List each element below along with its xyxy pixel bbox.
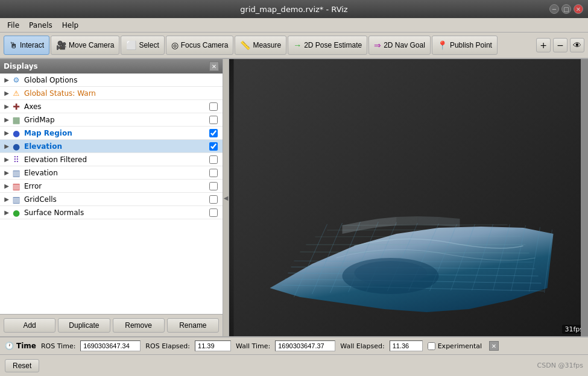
- global-options-label: Global Options: [24, 76, 220, 84]
- surface-normals-checkbox[interactable]: [209, 208, 218, 217]
- expand-arrow-error[interactable]: ▶: [2, 183, 11, 189]
- gridmap-checkbox[interactable]: [209, 116, 218, 124]
- display-item-elevation[interactable]: ▶ ● Elevation: [0, 140, 223, 153]
- move-camera-label: Move Camera: [69, 41, 114, 49]
- expand-arrow-global-options[interactable]: ▶: [2, 77, 11, 83]
- remove-view-button[interactable]: −: [553, 38, 567, 52]
- window-title: grid_map_demo.rviz* - RViz: [240, 5, 347, 14]
- interact-label: Interact: [20, 41, 44, 49]
- expand-arrow-elevation-filtered[interactable]: ▶: [2, 156, 11, 163]
- gridcells-icon: ▥: [11, 194, 22, 205]
- time-panel-header: 🕐 Time: [5, 342, 36, 350]
- select-icon: ⬜: [126, 40, 136, 50]
- publish-point-button[interactable]: 📍 Publish Point: [432, 36, 498, 55]
- ros-time-input[interactable]: [80, 340, 141, 351]
- pose-estimate-label: 2D Pose Estimate: [304, 41, 362, 49]
- viewport[interactable]: 31fps: [229, 59, 588, 336]
- time-panel: 🕐 Time ROS Time: ROS Elapsed: Wall Time:…: [0, 336, 588, 354]
- ros-time-label: ROS Time:: [41, 342, 75, 350]
- viewport-canvas[interactable]: [229, 59, 588, 336]
- pose-estimate-icon: →: [293, 40, 302, 50]
- elevation-icon: ●: [11, 141, 22, 152]
- global-status-icon: ⚠: [11, 88, 22, 99]
- panel-header: Displays ✕: [0, 59, 223, 74]
- display-item-gridmap[interactable]: ▶ ▦ GridMap: [0, 113, 223, 127]
- experimental-checkbox[interactable]: [428, 342, 435, 350]
- time-panel-close-button[interactable]: ✕: [489, 341, 499, 351]
- error-checkbox[interactable]: [209, 182, 218, 190]
- gridmap-label: GridMap: [24, 116, 209, 124]
- focus-camera-label: Focus Camera: [181, 41, 229, 49]
- eye-button[interactable]: 👁: [570, 38, 584, 52]
- display-item-global-status[interactable]: ▶ ⚠ Global Status: Warn: [0, 87, 223, 100]
- sidebar-footer: Add Duplicate Remove Rename: [0, 314, 223, 336]
- gridmap-icon: ▦: [11, 114, 22, 125]
- close-button[interactable]: ✕: [574, 4, 583, 14]
- display-item-map-region[interactable]: ▶ ● Map Region: [0, 127, 223, 140]
- nav-goal-button[interactable]: ⇒ 2D Nav Goal: [368, 36, 431, 55]
- expand-arrow-elevation2[interactable]: ▶: [2, 169, 11, 176]
- elevation2-checkbox[interactable]: [209, 169, 218, 177]
- move-camera-button[interactable]: 🎥 Move Camera: [51, 36, 119, 55]
- select-button[interactable]: ⬜ Select: [121, 36, 164, 55]
- expand-arrow-global-status[interactable]: ▶: [2, 90, 11, 96]
- error-icon: ▥: [11, 181, 22, 192]
- elevation-filtered-checkbox[interactable]: [209, 155, 218, 164]
- map-region-checkbox[interactable]: [209, 129, 218, 137]
- experimental-label: Experimental: [438, 342, 482, 350]
- expand-arrow-surface-normals[interactable]: ▶: [2, 209, 11, 216]
- maximize-button[interactable]: □: [561, 4, 571, 14]
- pose-estimate-button[interactable]: → 2D Pose Estimate: [288, 36, 367, 55]
- menu-file[interactable]: File: [2, 20, 24, 31]
- menu-panels[interactable]: Panels: [24, 20, 57, 31]
- remove-button[interactable]: Remove: [113, 318, 165, 333]
- move-camera-icon: 🎥: [56, 40, 66, 50]
- wall-time-input[interactable]: [275, 340, 335, 351]
- expand-arrow-gridcells[interactable]: ▶: [2, 196, 11, 202]
- elevation-filtered-icon: ⠿: [11, 154, 22, 165]
- rename-button[interactable]: Rename: [167, 318, 219, 333]
- display-item-gridcells[interactable]: ▶ ▥ GridCells: [0, 193, 223, 206]
- menu-help[interactable]: Help: [57, 20, 83, 31]
- svg-marker-32: [418, 216, 439, 225]
- display-item-elevation2[interactable]: ▶ ▥ Elevation: [0, 166, 223, 180]
- nav-goal-icon: ⇒: [374, 40, 381, 50]
- displays-panel: Displays ✕ ▶ ⚙ Global Options ▶ ⚠ Global…: [0, 59, 223, 336]
- expand-arrow-map-region[interactable]: ▶: [2, 130, 11, 136]
- wall-elapsed-input[interactable]: [390, 340, 423, 351]
- viewport-scrollbar[interactable]: [581, 59, 588, 336]
- panel-close-button[interactable]: ✕: [209, 61, 219, 71]
- expand-arrow-axes[interactable]: ▶: [2, 103, 11, 110]
- collapse-handle[interactable]: ◀: [223, 59, 229, 336]
- experimental-option: Experimental: [428, 342, 482, 350]
- window-controls[interactable]: − □ ✕: [549, 4, 583, 14]
- display-item-error[interactable]: ▶ ▥ Error: [0, 180, 223, 193]
- select-label: Select: [139, 41, 159, 49]
- duplicate-button[interactable]: Duplicate: [58, 318, 110, 333]
- display-item-axes[interactable]: ▶ ✚ Axes: [0, 100, 223, 113]
- display-item-elevation-filtered[interactable]: ▶ ⠿ Elevation Filtered: [0, 153, 223, 166]
- displays-list: ▶ ⚙ Global Options ▶ ⚠ Global Status: Wa…: [0, 74, 223, 314]
- expand-arrow-elevation[interactable]: ▶: [2, 143, 11, 149]
- measure-button[interactable]: 📏 Measure: [235, 36, 286, 55]
- publish-point-icon: 📍: [437, 40, 447, 50]
- elevation-checkbox[interactable]: [209, 142, 218, 151]
- add-view-button[interactable]: +: [536, 38, 551, 52]
- expand-arrow-gridmap[interactable]: ▶: [2, 116, 11, 123]
- ros-elapsed-input[interactable]: [195, 340, 231, 351]
- nav-goal-label: 2D Nav Goal: [384, 41, 425, 49]
- reset-button[interactable]: Reset: [5, 359, 39, 372]
- display-item-global-options[interactable]: ▶ ⚙ Global Options: [0, 74, 223, 87]
- axes-checkbox[interactable]: [209, 102, 218, 111]
- surface-normals-label: Surface Normals: [24, 208, 209, 217]
- focus-camera-button[interactable]: ◎ Focus Camera: [166, 36, 234, 55]
- interact-button[interactable]: 🖱 Interact: [4, 36, 49, 55]
- map-region-label: Map Region: [24, 129, 209, 137]
- elevation2-icon: ▥: [11, 168, 22, 178]
- global-options-icon: ⚙: [11, 75, 22, 86]
- toolbar: 🖱 Interact 🎥 Move Camera ⬜ Select ◎ Focu…: [0, 33, 588, 59]
- gridcells-checkbox[interactable]: [209, 195, 218, 204]
- add-button[interactable]: Add: [4, 318, 55, 333]
- minimize-button[interactable]: −: [549, 4, 559, 14]
- display-item-surface-normals[interactable]: ▶ ● Surface Normals: [0, 206, 223, 219]
